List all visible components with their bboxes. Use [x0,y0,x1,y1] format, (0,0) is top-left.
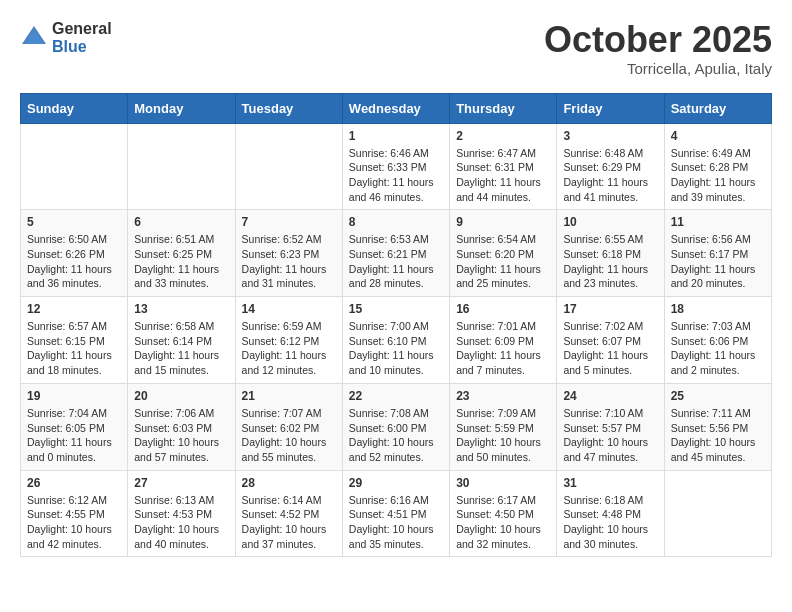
location: Torricella, Apulia, Italy [544,60,772,77]
day-info: Sunrise: 7:06 AM Sunset: 6:03 PM Dayligh… [134,406,228,465]
day-info: Sunrise: 6:59 AM Sunset: 6:12 PM Dayligh… [242,319,336,378]
logo-general-text: General [52,20,112,38]
day-cell: 8Sunrise: 6:53 AM Sunset: 6:21 PM Daylig… [342,210,449,297]
day-cell [128,123,235,210]
day-number: 18 [671,302,765,316]
day-info: Sunrise: 7:07 AM Sunset: 6:02 PM Dayligh… [242,406,336,465]
day-info: Sunrise: 6:47 AM Sunset: 6:31 PM Dayligh… [456,146,550,205]
day-info: Sunrise: 7:08 AM Sunset: 6:00 PM Dayligh… [349,406,443,465]
page-header: General Blue October 2025 Torricella, Ap… [20,20,772,77]
logo-text: General Blue [52,20,112,55]
day-info: Sunrise: 6:17 AM Sunset: 4:50 PM Dayligh… [456,493,550,552]
column-header-monday: Monday [128,93,235,123]
day-cell [21,123,128,210]
day-number: 13 [134,302,228,316]
day-cell: 18Sunrise: 7:03 AM Sunset: 6:06 PM Dayli… [664,297,771,384]
day-number: 17 [563,302,657,316]
day-number: 3 [563,129,657,143]
day-cell: 12Sunrise: 6:57 AM Sunset: 6:15 PM Dayli… [21,297,128,384]
day-info: Sunrise: 7:03 AM Sunset: 6:06 PM Dayligh… [671,319,765,378]
day-info: Sunrise: 6:54 AM Sunset: 6:20 PM Dayligh… [456,232,550,291]
logo: General Blue [20,20,112,55]
week-row-3: 12Sunrise: 6:57 AM Sunset: 6:15 PM Dayli… [21,297,772,384]
day-number: 8 [349,215,443,229]
column-header-saturday: Saturday [664,93,771,123]
day-cell: 4Sunrise: 6:49 AM Sunset: 6:28 PM Daylig… [664,123,771,210]
day-cell: 7Sunrise: 6:52 AM Sunset: 6:23 PM Daylig… [235,210,342,297]
day-number: 31 [563,476,657,490]
day-number: 22 [349,389,443,403]
day-number: 26 [27,476,121,490]
day-info: Sunrise: 6:16 AM Sunset: 4:51 PM Dayligh… [349,493,443,552]
day-info: Sunrise: 6:48 AM Sunset: 6:29 PM Dayligh… [563,146,657,205]
day-info: Sunrise: 6:56 AM Sunset: 6:17 PM Dayligh… [671,232,765,291]
day-info: Sunrise: 7:11 AM Sunset: 5:56 PM Dayligh… [671,406,765,465]
day-cell: 22Sunrise: 7:08 AM Sunset: 6:00 PM Dayli… [342,383,449,470]
day-number: 9 [456,215,550,229]
day-cell: 24Sunrise: 7:10 AM Sunset: 5:57 PM Dayli… [557,383,664,470]
day-number: 2 [456,129,550,143]
day-number: 28 [242,476,336,490]
day-number: 30 [456,476,550,490]
day-cell: 3Sunrise: 6:48 AM Sunset: 6:29 PM Daylig… [557,123,664,210]
day-number: 12 [27,302,121,316]
day-number: 20 [134,389,228,403]
week-row-5: 26Sunrise: 6:12 AM Sunset: 4:55 PM Dayli… [21,470,772,557]
month-title: October 2025 [544,20,772,60]
column-header-thursday: Thursday [450,93,557,123]
day-info: Sunrise: 7:04 AM Sunset: 6:05 PM Dayligh… [27,406,121,465]
day-info: Sunrise: 6:14 AM Sunset: 4:52 PM Dayligh… [242,493,336,552]
day-cell: 14Sunrise: 6:59 AM Sunset: 6:12 PM Dayli… [235,297,342,384]
day-number: 25 [671,389,765,403]
day-cell: 15Sunrise: 7:00 AM Sunset: 6:10 PM Dayli… [342,297,449,384]
day-number: 21 [242,389,336,403]
logo-blue-text: Blue [52,38,112,56]
day-cell: 13Sunrise: 6:58 AM Sunset: 6:14 PM Dayli… [128,297,235,384]
day-info: Sunrise: 6:13 AM Sunset: 4:53 PM Dayligh… [134,493,228,552]
day-cell: 21Sunrise: 7:07 AM Sunset: 6:02 PM Dayli… [235,383,342,470]
title-section: October 2025 Torricella, Apulia, Italy [544,20,772,77]
day-number: 7 [242,215,336,229]
day-cell: 27Sunrise: 6:13 AM Sunset: 4:53 PM Dayli… [128,470,235,557]
day-info: Sunrise: 7:09 AM Sunset: 5:59 PM Dayligh… [456,406,550,465]
day-cell: 1Sunrise: 6:46 AM Sunset: 6:33 PM Daylig… [342,123,449,210]
day-number: 14 [242,302,336,316]
logo-icon [20,24,48,52]
day-cell: 17Sunrise: 7:02 AM Sunset: 6:07 PM Dayli… [557,297,664,384]
day-cell: 20Sunrise: 7:06 AM Sunset: 6:03 PM Dayli… [128,383,235,470]
day-number: 4 [671,129,765,143]
day-number: 5 [27,215,121,229]
day-info: Sunrise: 6:52 AM Sunset: 6:23 PM Dayligh… [242,232,336,291]
column-header-friday: Friday [557,93,664,123]
day-info: Sunrise: 6:53 AM Sunset: 6:21 PM Dayligh… [349,232,443,291]
day-info: Sunrise: 7:02 AM Sunset: 6:07 PM Dayligh… [563,319,657,378]
day-cell: 31Sunrise: 6:18 AM Sunset: 4:48 PM Dayli… [557,470,664,557]
day-number: 6 [134,215,228,229]
day-info: Sunrise: 7:10 AM Sunset: 5:57 PM Dayligh… [563,406,657,465]
day-info: Sunrise: 6:46 AM Sunset: 6:33 PM Dayligh… [349,146,443,205]
day-cell: 11Sunrise: 6:56 AM Sunset: 6:17 PM Dayli… [664,210,771,297]
day-cell: 6Sunrise: 6:51 AM Sunset: 6:25 PM Daylig… [128,210,235,297]
day-cell: 19Sunrise: 7:04 AM Sunset: 6:05 PM Dayli… [21,383,128,470]
day-number: 19 [27,389,121,403]
day-number: 1 [349,129,443,143]
day-cell: 5Sunrise: 6:50 AM Sunset: 6:26 PM Daylig… [21,210,128,297]
day-cell [664,470,771,557]
day-cell: 25Sunrise: 7:11 AM Sunset: 5:56 PM Dayli… [664,383,771,470]
calendar: SundayMondayTuesdayWednesdayThursdayFrid… [20,93,772,558]
day-cell: 28Sunrise: 6:14 AM Sunset: 4:52 PM Dayli… [235,470,342,557]
day-info: Sunrise: 6:58 AM Sunset: 6:14 PM Dayligh… [134,319,228,378]
day-info: Sunrise: 6:55 AM Sunset: 6:18 PM Dayligh… [563,232,657,291]
day-info: Sunrise: 6:49 AM Sunset: 6:28 PM Dayligh… [671,146,765,205]
day-info: Sunrise: 6:18 AM Sunset: 4:48 PM Dayligh… [563,493,657,552]
day-cell: 30Sunrise: 6:17 AM Sunset: 4:50 PM Dayli… [450,470,557,557]
day-number: 27 [134,476,228,490]
day-number: 29 [349,476,443,490]
day-cell: 10Sunrise: 6:55 AM Sunset: 6:18 PM Dayli… [557,210,664,297]
day-info: Sunrise: 6:50 AM Sunset: 6:26 PM Dayligh… [27,232,121,291]
week-row-2: 5Sunrise: 6:50 AM Sunset: 6:26 PM Daylig… [21,210,772,297]
column-header-wednesday: Wednesday [342,93,449,123]
day-info: Sunrise: 6:12 AM Sunset: 4:55 PM Dayligh… [27,493,121,552]
day-number: 10 [563,215,657,229]
day-number: 15 [349,302,443,316]
